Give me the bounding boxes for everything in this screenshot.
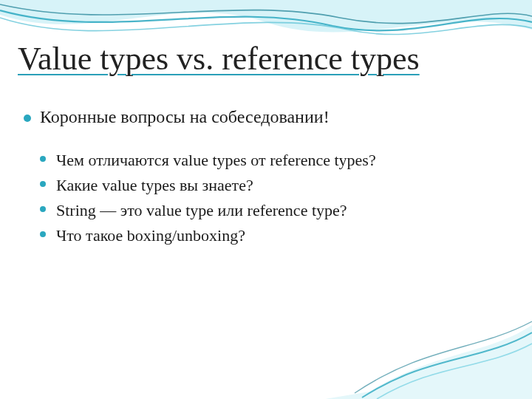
bullet-level2: String — это value type или reference ty… [38, 198, 502, 223]
sub-bullet-list: Чем отличаются value types от reference … [38, 148, 502, 248]
slide-body: Коронные вопросы на собеседовании! Чем о… [22, 107, 502, 248]
footer-wave-decoration [325, 310, 532, 399]
bullet-level1: Коронные вопросы на собеседовании! [22, 107, 502, 127]
bullet-level2: Чем отличаются value types от reference … [38, 148, 502, 173]
slide-title: Value types vs. reference types [18, 41, 514, 77]
bullet-level2: Что такое boxing/unboxing? [38, 223, 502, 248]
bullet-level2: Какие value types вы знаете? [38, 173, 502, 198]
